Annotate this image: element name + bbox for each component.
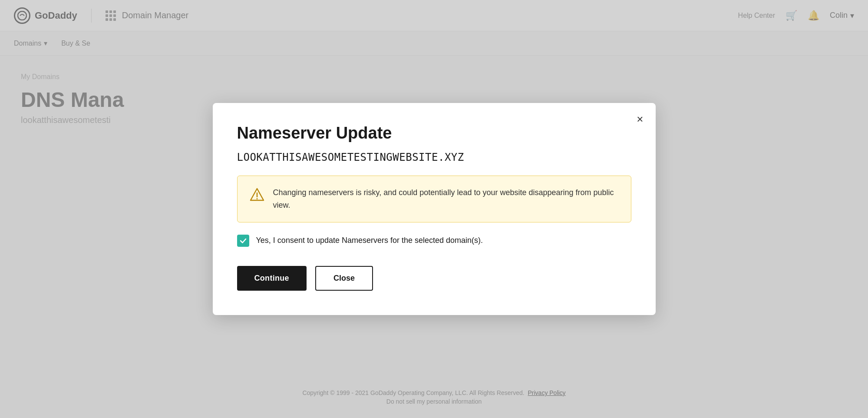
consent-label: Yes, I consent to update Nameservers for… xyxy=(256,236,483,245)
consent-row: Yes, I consent to update Nameservers for… xyxy=(237,235,631,247)
warning-triangle-icon xyxy=(250,187,264,202)
modal-close-x[interactable]: × xyxy=(637,113,643,125)
button-row: Continue Close xyxy=(237,266,631,291)
consent-checkbox[interactable] xyxy=(237,235,249,247)
warning-text: Changing nameservers is risky, and could… xyxy=(273,186,619,212)
continue-button[interactable]: Continue xyxy=(237,266,307,291)
modal: × Nameserver Update LOOKATTHISAWESOMETES… xyxy=(213,103,656,315)
warning-box: Changing nameservers is risky, and could… xyxy=(237,176,631,222)
close-button[interactable]: Close xyxy=(315,266,373,291)
modal-domain: LOOKATTHISAWESOMETESTINGWEBSITE.XYZ xyxy=(237,151,631,163)
modal-title: Nameserver Update xyxy=(237,124,631,143)
modal-overlay: × Nameserver Update LOOKATTHISAWESOMETES… xyxy=(0,0,868,418)
svg-point-2 xyxy=(256,198,257,199)
